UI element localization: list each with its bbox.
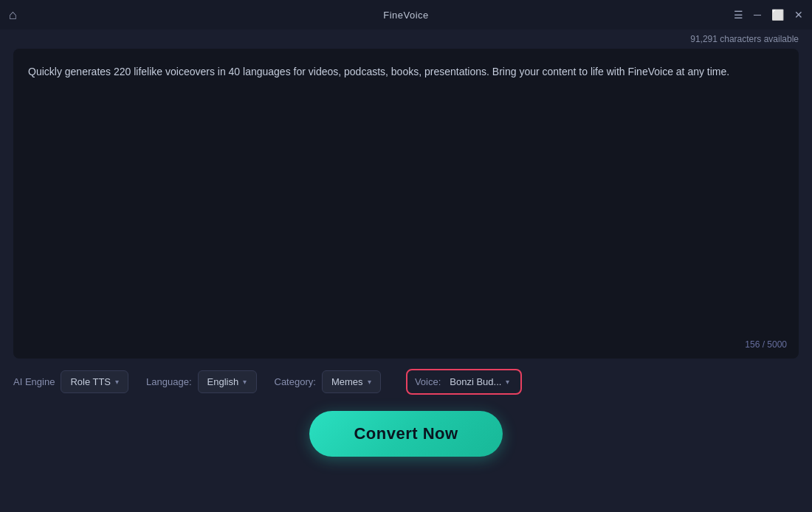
ai-engine-select[interactable]: Role TTS ▾ bbox=[61, 370, 128, 393]
text-input[interactable] bbox=[13, 49, 799, 359]
convert-btn-container: Convert Now bbox=[0, 405, 812, 457]
voice-chevron-icon: ▾ bbox=[506, 378, 509, 386]
controls-bar: AI Engine Role TTS ▾ Language: English ▾… bbox=[0, 359, 812, 405]
voice-value: Bonzi Bud... bbox=[450, 376, 501, 387]
title-bar: ⌂ FineVoice ☰ ─ ⬜ ✕ bbox=[0, 0, 812, 30]
language-label: Language: bbox=[146, 376, 191, 387]
category-value: Memes bbox=[331, 376, 363, 387]
language-value: English bbox=[207, 376, 239, 387]
window-controls: ☰ ─ ⬜ ✕ bbox=[734, 10, 803, 20]
category-select[interactable]: Memes ▾ bbox=[322, 370, 381, 393]
language-group: Language: English ▾ bbox=[146, 370, 256, 393]
chars-available-text: 91,291 characters available bbox=[690, 34, 799, 44]
ai-engine-value: Role TTS bbox=[70, 376, 111, 387]
ai-engine-chevron-icon: ▾ bbox=[115, 378, 119, 386]
category-group: Category: Memes ▾ bbox=[275, 370, 381, 393]
language-select[interactable]: English ▾ bbox=[198, 370, 257, 393]
voice-label: Voice: bbox=[415, 376, 441, 387]
minimize-button[interactable]: ─ bbox=[754, 10, 761, 20]
ai-engine-label: AI Engine bbox=[13, 376, 55, 387]
ai-engine-group: AI Engine Role TTS ▾ bbox=[13, 370, 128, 393]
app-title: FineVoice bbox=[383, 10, 429, 21]
text-area-container: 156 / 5000 bbox=[13, 49, 799, 359]
menu-icon[interactable]: ☰ bbox=[734, 10, 743, 20]
voice-group: Voice: Bonzi Bud... ▾ bbox=[406, 369, 522, 395]
category-chevron-icon: ▾ bbox=[368, 378, 371, 386]
language-chevron-icon: ▾ bbox=[243, 378, 247, 386]
maximize-button[interactable]: ⬜ bbox=[771, 10, 784, 20]
voice-select[interactable]: Bonzi Bud... ▾ bbox=[447, 373, 513, 390]
convert-now-button[interactable]: Convert Now bbox=[309, 411, 502, 457]
chars-available-bar: 91,291 characters available bbox=[0, 30, 812, 49]
char-count: 156 / 5000 bbox=[745, 339, 787, 350]
category-label: Category: bbox=[275, 376, 316, 387]
title-bar-left: ⌂ bbox=[9, 7, 17, 23]
home-icon[interactable]: ⌂ bbox=[9, 7, 17, 23]
close-button[interactable]: ✕ bbox=[794, 10, 803, 20]
